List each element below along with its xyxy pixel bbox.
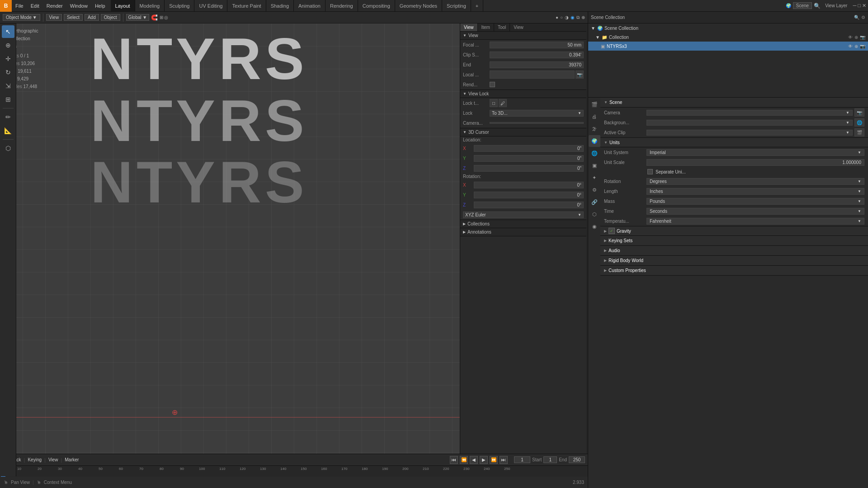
viewport-shading-wire[interactable]: ○ xyxy=(560,15,563,20)
units-section-header[interactable]: ▼ Units xyxy=(600,137,868,147)
view-section-header[interactable]: ▼ View xyxy=(460,32,586,40)
toolbar-annotate[interactable]: ✏ xyxy=(2,111,14,123)
play-reverse-btn[interactable]: ◀ xyxy=(470,456,478,464)
prop-tab-particles[interactable]: ✦ xyxy=(589,172,600,183)
n-tab-tool[interactable]: Tool xyxy=(494,23,510,31)
next-key-btn[interactable]: ⏩ xyxy=(490,456,498,464)
marker-menu[interactable]: Marker xyxy=(65,457,79,462)
collection-cursor-icon[interactable]: ⊕ xyxy=(854,35,858,40)
focal-field[interactable]: 50 mm xyxy=(490,42,584,48)
cursor-rx-field[interactable]: 0° xyxy=(474,182,584,188)
time-field[interactable]: Seconds ▼ xyxy=(646,208,864,215)
prop-tab-physics[interactable]: ⚙ xyxy=(589,184,600,196)
gizmo-icon[interactable]: ⊕ xyxy=(581,15,585,20)
prop-tab-render[interactable]: 🎬 xyxy=(589,99,600,110)
background-field[interactable]: ▼ xyxy=(646,120,853,126)
ntyrs-cursor-icon[interactable]: ⊕ xyxy=(854,44,858,49)
cursor-z-field[interactable]: 0" xyxy=(474,165,584,172)
toolbar-transform[interactable]: ⊞ xyxy=(2,93,14,106)
snap-icon[interactable]: 🧲 xyxy=(151,14,158,21)
tab-compositing[interactable]: Compositing xyxy=(358,0,395,11)
tab-modeling[interactable]: Modeling xyxy=(135,0,165,11)
scene-section-header[interactable]: ▼ Scene xyxy=(600,98,868,108)
prop-tab-material[interactable]: ◉ xyxy=(589,221,600,232)
n-tab-view[interactable]: View xyxy=(460,23,478,31)
n-tab-view2[interactable]: View xyxy=(510,23,527,31)
unit-scale-field[interactable]: 1.000000 xyxy=(646,159,864,166)
overlay-icon[interactable]: ⧉ xyxy=(576,15,580,20)
object-btn[interactable]: Object xyxy=(101,14,120,21)
outliner-ntyrs[interactable]: ▣ NTYRSx3 👁 ⊕ 📷 xyxy=(588,42,868,51)
camera-field[interactable]: ▼ xyxy=(646,110,853,116)
tab-scripting[interactable]: Scripting xyxy=(442,0,471,11)
timeline-ruler[interactable]: 1 10 20 30 40 50 60 70 80 90 100 110 120… xyxy=(0,466,588,477)
cursor-ry-field[interactable]: 0° xyxy=(474,192,584,198)
tab-rendering[interactable]: Rendering xyxy=(326,0,358,11)
menu-help[interactable]: Help xyxy=(91,0,109,11)
cursor-y-field[interactable]: 0" xyxy=(474,155,584,162)
collection-render-icon[interactable]: 📷 xyxy=(860,35,865,40)
collection-eye-icon[interactable]: 👁 xyxy=(848,35,853,40)
prop-tab-scene[interactable]: 🌍 xyxy=(589,135,600,147)
prop-tab-constraints[interactable]: 🔗 xyxy=(589,196,600,208)
lock-field[interactable]: To 3D... ▼ xyxy=(490,110,584,117)
prop-tab-view-layer[interactable]: 🌫 xyxy=(589,123,600,135)
tab-geometry-nodes[interactable]: Geometry Nodes xyxy=(395,0,442,11)
cursor-section-header[interactable]: ▼ 3D Cursor xyxy=(460,128,586,136)
ntyrs-eye-icon[interactable]: 👁 xyxy=(848,44,853,49)
prop-tab-output[interactable]: 🖨 xyxy=(589,111,600,122)
transform-icon[interactable]: ⊞ xyxy=(160,15,163,20)
cursor-mode-field[interactable]: XYZ Euler ▼ xyxy=(463,211,584,218)
end-field[interactable]: 39370 xyxy=(490,61,584,68)
viewport-shading-material[interactable]: ◑ xyxy=(565,15,569,20)
active-clip-field[interactable]: ▼ xyxy=(646,130,853,136)
rigid-body-world-section-header[interactable]: ▶ Rigid Body World xyxy=(600,256,868,266)
scene-selector[interactable]: Scene xyxy=(793,2,812,9)
keying-menu[interactable]: Keying xyxy=(28,457,42,462)
separate-units-label[interactable]: Separate Uni... xyxy=(656,169,686,174)
menu-file[interactable]: File xyxy=(12,0,27,11)
active-clip-edit-btn[interactable]: 🎬 xyxy=(854,128,864,136)
toolbar-scale[interactable]: ⇲ xyxy=(2,80,14,92)
render-checkbox[interactable] xyxy=(490,82,495,87)
menu-window[interactable]: Window xyxy=(66,0,91,11)
tab-shading[interactable]: Shading xyxy=(266,0,294,11)
viewport-shading-render[interactable]: ◉ xyxy=(571,15,575,20)
camera-field2[interactable] xyxy=(490,122,584,124)
unit-system-field[interactable]: Imperial ▼ xyxy=(646,149,864,156)
toolbar-select[interactable]: ↖ xyxy=(2,25,14,38)
outliner-filter[interactable]: ⚙ xyxy=(861,15,865,20)
background-edit-btn[interactable]: 🌐 xyxy=(854,118,864,127)
tab-animation[interactable]: Animation xyxy=(294,0,326,11)
view-lock-section-header[interactable]: ▼ View Lock xyxy=(460,89,586,98)
audio-section-header[interactable]: ▶ Audio xyxy=(600,246,868,256)
keying-sets-section-header[interactable]: ▶ Keying Sets xyxy=(600,236,868,246)
cursor-rz-field[interactable]: 0° xyxy=(474,202,584,208)
gravity-section-header[interactable]: ▶ ✓ Gravity xyxy=(600,226,868,236)
tab-texture-paint[interactable]: Texture Paint xyxy=(227,0,266,11)
tab-sculpting[interactable]: Sculpting xyxy=(165,0,194,11)
tab-add[interactable]: + xyxy=(471,0,483,11)
clip-s-field[interactable]: 0.394' xyxy=(490,52,584,58)
separate-units-checkbox[interactable] xyxy=(647,169,653,174)
cursor-x-field[interactable]: 0" xyxy=(474,145,584,152)
jump-start-btn[interactable]: ⏮ xyxy=(450,456,458,464)
length-field[interactable]: Inches ▼ xyxy=(646,188,864,195)
annotations-section-header[interactable]: ▶ Annotations xyxy=(460,228,586,236)
outliner-scene-collection[interactable]: ▼ 🌍 Scene Collection xyxy=(588,23,868,33)
jump-end-btn[interactable]: ⏭ xyxy=(500,456,508,464)
mass-field[interactable]: Pounds ▼ xyxy=(646,198,864,205)
rotation-field[interactable]: Degrees ▼ xyxy=(646,178,864,185)
toolbar-add-cube[interactable]: ⬡ xyxy=(2,142,14,155)
lock-t-icon-2[interactable]: 🖊 xyxy=(499,99,507,107)
toolbar-cursor[interactable]: ⊕ xyxy=(2,39,14,52)
tab-uv-editing[interactable]: UV Editing xyxy=(194,0,227,11)
view-menu[interactable]: View xyxy=(48,457,58,462)
collections-section-header[interactable]: ▶ Collections xyxy=(460,220,586,228)
prop-tab-object[interactable]: ▣ xyxy=(589,160,600,171)
add-btn[interactable]: Add xyxy=(85,14,99,21)
toolbar-move[interactable]: ✛ xyxy=(2,52,14,65)
outliner-collection[interactable]: ▼ 📁 Collection 👁 ⊕ 📷 xyxy=(588,33,868,42)
n-tab-item[interactable]: Item xyxy=(478,23,494,31)
gravity-checkbox[interactable]: ✓ xyxy=(609,228,615,234)
